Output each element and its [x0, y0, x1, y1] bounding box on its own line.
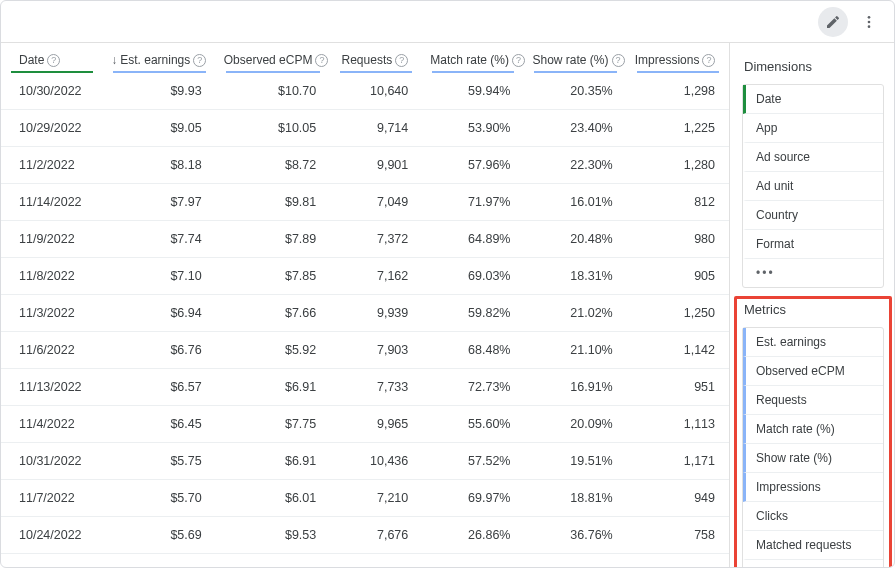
cell-earn: $9.05: [103, 110, 215, 147]
dimension-item[interactable]: Format: [743, 230, 883, 259]
cell-date: 11/9/2022: [1, 221, 103, 258]
metric-item[interactable]: Match rate (%): [743, 415, 883, 444]
cell-ecpm: $10.05: [216, 110, 331, 147]
metric-item[interactable]: CTR (%): [743, 560, 883, 568]
table-row[interactable]: 11/9/2022$7.74$7.897,37264.89%20.48%980: [1, 221, 729, 258]
cell-match: 26.86%: [422, 517, 524, 554]
help-icon[interactable]: ?: [47, 54, 60, 67]
metric-item[interactable]: Show rate (%): [743, 444, 883, 473]
help-icon[interactable]: ?: [612, 54, 625, 67]
cell-ecpm: $6.91: [216, 443, 331, 480]
table-row[interactable]: 10/31/2022$5.75$6.9110,43657.52%19.51%1,…: [1, 443, 729, 480]
cell-req: 10,436: [330, 443, 422, 480]
edit-button[interactable]: [818, 7, 848, 37]
column-header[interactable]: Impressions?: [627, 43, 729, 73]
metric-item[interactable]: Est. earnings: [743, 328, 883, 357]
column-label: Impressions: [635, 53, 700, 67]
cell-req: 7,733: [330, 369, 422, 406]
help-icon[interactable]: ?: [315, 54, 328, 67]
table-row[interactable]: 11/4/2022$6.45$7.759,96555.60%20.09%1,11…: [1, 406, 729, 443]
help-icon[interactable]: ?: [193, 54, 206, 67]
table-row[interactable]: 10/29/2022$9.05$10.059,71453.90%23.40%1,…: [1, 110, 729, 147]
column-header[interactable]: ↓Est. earnings?: [103, 43, 215, 73]
cell-ecpm: $8.72: [216, 147, 331, 184]
table-row[interactable]: 11/3/2022$6.94$7.669,93959.82%21.02%1,25…: [1, 295, 729, 332]
cell-match: 57.52%: [422, 443, 524, 480]
svg-point-0: [868, 16, 871, 19]
cell-impr: 1,142: [627, 332, 729, 369]
cell-show: 21.10%: [524, 332, 626, 369]
dimension-more[interactable]: •••: [743, 259, 883, 287]
column-header[interactable]: Match rate (%)?: [422, 43, 524, 73]
column-header[interactable]: Date?: [1, 43, 103, 73]
sort-arrow-icon: ↓: [111, 53, 117, 67]
cell-earn: $6.76: [103, 332, 215, 369]
cell-impr: 949: [627, 480, 729, 517]
dimension-item[interactable]: Ad source: [743, 143, 883, 172]
table-row[interactable]: 10/24/2022$5.69$9.537,67626.86%36.76%758: [1, 517, 729, 554]
more-vert-icon: [861, 14, 877, 30]
column-header[interactable]: Show rate (%)?: [524, 43, 626, 73]
table-row[interactable]: 11/6/2022$6.76$5.927,90368.48%21.10%1,14…: [1, 332, 729, 369]
pencil-icon: [825, 14, 841, 30]
table-row[interactable]: 11/8/2022$7.10$7.857,16269.03%18.31%905: [1, 258, 729, 295]
dimension-item[interactable]: Country: [743, 201, 883, 230]
cell-earn: $5.69: [103, 517, 215, 554]
cell-req: 9,714: [330, 110, 422, 147]
table-row[interactable]: 10/30/2022$9.93$10.7010,64059.94%20.35%1…: [1, 73, 729, 110]
cell-earn: $6.57: [103, 369, 215, 406]
cell-match: 57.96%: [422, 147, 524, 184]
cell-ecpm: $7.85: [216, 258, 331, 295]
cell-match: 72.73%: [422, 369, 524, 406]
cell-date: 11/8/2022: [1, 258, 103, 295]
cell-earn: $7.10: [103, 258, 215, 295]
table-row[interactable]: 11/2/2022$8.18$8.729,90157.96%22.30%1,28…: [1, 147, 729, 184]
cell-impr: 905: [627, 258, 729, 295]
dimension-item[interactable]: Date: [743, 85, 883, 114]
metric-item[interactable]: Clicks: [743, 502, 883, 531]
help-icon[interactable]: ?: [512, 54, 525, 67]
metric-item[interactable]: Requests: [743, 386, 883, 415]
metric-item[interactable]: Impressions: [743, 473, 883, 502]
more-button[interactable]: [854, 7, 884, 37]
cell-earn: $5.75: [103, 443, 215, 480]
column-header[interactable]: Observed eCPM?: [216, 43, 331, 73]
cell-earn: $5.70: [103, 480, 215, 517]
cell-req: 7,676: [330, 517, 422, 554]
cell-earn: $6.94: [103, 295, 215, 332]
cell-match: 64.89%: [422, 221, 524, 258]
help-icon[interactable]: ?: [395, 54, 408, 67]
cell-req: 7,162: [330, 258, 422, 295]
svg-point-1: [868, 20, 871, 23]
cell-earn: $7.97: [103, 184, 215, 221]
column-header[interactable]: Requests?: [330, 43, 422, 73]
table-row[interactable]: 11/14/2022$7.97$9.817,04971.97%16.01%812: [1, 184, 729, 221]
report-table: Date?↓Est. earnings?Observed eCPM?Reques…: [1, 43, 730, 567]
cell-ecpm: $10.70: [216, 73, 331, 110]
cell-show: 16.91%: [524, 369, 626, 406]
table-row[interactable]: 11/13/2022$6.57$6.917,73372.73%16.91%951: [1, 369, 729, 406]
cell-ecpm: $9.81: [216, 184, 331, 221]
table-row[interactable]: 11/7/2022$5.70$6.017,21069.97%18.81%949: [1, 480, 729, 517]
cell-show: 18.81%: [524, 480, 626, 517]
cell-date: 11/14/2022: [1, 184, 103, 221]
metric-item[interactable]: Observed eCPM: [743, 357, 883, 386]
cell-ecpm: $7.89: [216, 221, 331, 258]
cell-impr: 1,171: [627, 443, 729, 480]
column-label: Match rate (%): [430, 53, 509, 67]
cell-impr: 1,250: [627, 295, 729, 332]
cell-match: 71.97%: [422, 184, 524, 221]
svg-point-2: [868, 25, 871, 28]
help-icon[interactable]: ?: [702, 54, 715, 67]
dimension-item[interactable]: App: [743, 114, 883, 143]
column-label: Est. earnings: [120, 53, 190, 67]
cell-date: 10/29/2022: [1, 110, 103, 147]
cell-date: 10/24/2022: [1, 517, 103, 554]
dimension-item[interactable]: Ad unit: [743, 172, 883, 201]
cell-ecpm: $5.92: [216, 332, 331, 369]
cell-match: 55.60%: [422, 406, 524, 443]
column-label: Date: [19, 53, 44, 67]
cell-show: 20.35%: [524, 73, 626, 110]
metric-item[interactable]: Matched requests: [743, 531, 883, 560]
cell-date: 11/3/2022: [1, 295, 103, 332]
